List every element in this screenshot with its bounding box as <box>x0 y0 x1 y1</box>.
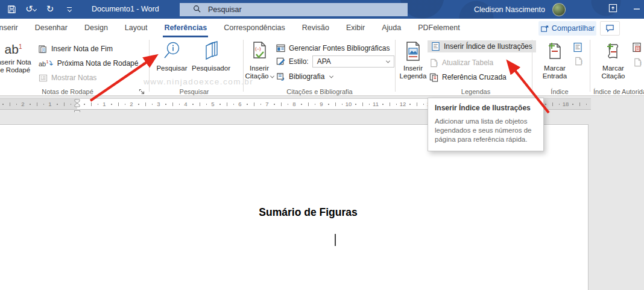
ruler-tick <box>247 104 248 105</box>
titlebar-search-box[interactable]: Pesquisar <box>180 3 408 16</box>
manage-sources-button[interactable]: Gerenciar Fontes Bibliográficas <box>276 42 390 54</box>
tab-inserir[interactable]: Inserir <box>0 19 27 37</box>
ruler-tick <box>254 102 254 106</box>
ruler-tick <box>172 102 173 106</box>
ruler-tick <box>30 104 31 105</box>
ruler-number: 10 <box>346 101 352 107</box>
search-placeholder: Pesquisar <box>208 5 242 14</box>
bibliography-icon <box>276 72 285 81</box>
user-avatar[interactable] <box>552 3 566 16</box>
insert-index-icon[interactable] <box>573 42 582 55</box>
ruler-tick <box>369 104 370 105</box>
insert-citation-button[interactable]: (–) Inserir Citação <box>244 41 275 80</box>
tab-design[interactable]: Design <box>76 19 116 37</box>
ruler-number: 12 <box>400 101 406 107</box>
ruler-tick <box>315 104 316 105</box>
redo-button[interactable]: ↻ <box>43 2 57 17</box>
tab-pdfelement[interactable]: PDFelement <box>409 19 468 37</box>
ruler-tick <box>572 104 573 105</box>
ruler-tick <box>545 104 546 105</box>
insert-table-of-authorities-icon[interactable] <box>632 42 642 55</box>
tab-revisao[interactable]: Revisão <box>294 19 338 37</box>
researcher-button[interactable]: Pesquisador <box>188 41 234 72</box>
ruler-tick <box>390 102 390 106</box>
tab-desenhar[interactable]: Desenhar <box>27 19 76 37</box>
share-icon <box>540 24 549 33</box>
ruler-tick <box>274 104 275 105</box>
group-label-indice-autoridades: Índice de Autoridades <box>593 88 644 95</box>
minimize-icon[interactable] <box>633 4 640 15</box>
ruler-tick <box>328 104 329 105</box>
chevron-down-icon <box>270 74 274 78</box>
ruler-tick <box>227 102 227 106</box>
next-footnote-button[interactable]: ab1 Próxima Nota de Rodapé <box>39 57 147 69</box>
ruler-number: 18 <box>563 101 569 107</box>
mark-citation-button[interactable]: Marcar Citação <box>597 41 630 80</box>
ruler-tick <box>423 104 425 105</box>
ruler-tick <box>260 104 262 105</box>
account-area[interactable]: Cledison Nascimento <box>474 0 566 19</box>
tab-exibir[interactable]: Exibir <box>338 19 373 37</box>
ruler-number: 7 <box>265 101 268 107</box>
share-button[interactable]: Compartilhar <box>538 21 596 36</box>
update-authorities-icon[interactable]: ! <box>633 58 642 69</box>
chevron-down-icon <box>329 74 333 78</box>
table-of-figures-icon <box>431 42 440 51</box>
insert-table-of-figures-button[interactable]: Inserir Índice de Ilustrações <box>428 40 536 52</box>
style-dropdown[interactable]: APA <box>312 55 394 68</box>
tab-correspondencias[interactable]: Correspondências <box>215 19 293 37</box>
ruler-tick <box>579 102 580 106</box>
ruler-strip: 21123456789101112131415161718 <box>0 96 644 112</box>
cross-reference-button[interactable]: Referência Cruzada <box>429 71 507 83</box>
undo-dropdown-icon[interactable] <box>33 7 37 11</box>
bibliography-button[interactable]: Bibliografia <box>276 71 333 83</box>
ribbon-tab-row: Inserir Desenhar Design Layout Referênci… <box>0 19 644 37</box>
ruler-tick <box>206 104 207 105</box>
mark-entry-button[interactable]: Marcar Entrada <box>538 41 571 80</box>
document-heading: Sumário de Figuras <box>259 206 357 219</box>
svg-text:!: ! <box>581 59 582 65</box>
indent-marker-icon[interactable] <box>74 99 81 110</box>
customize-qat-button[interactable] <box>63 2 76 17</box>
show-notes-icon <box>39 74 48 83</box>
mark-citation-icon <box>604 41 622 61</box>
ruler-number: 1 <box>103 101 106 107</box>
show-notes-button[interactable]: Mostrar Notas <box>39 72 96 84</box>
update-index-icon[interactable]: ! <box>574 57 583 68</box>
comments-button[interactable] <box>600 21 620 36</box>
document-area[interactable]: Sumário de Figuras <box>0 112 644 290</box>
next-footnote-icon: ab1 <box>39 59 54 68</box>
ruler-tick <box>335 102 336 106</box>
insert-endnote-button[interactable]: [i] Inserir Nota de Fim <box>39 43 113 55</box>
ruler-tick <box>165 104 166 105</box>
tab-layout[interactable]: Layout <box>116 19 156 37</box>
insert-footnote-button[interactable]: ab1 Inserir Nota de Rodapé <box>0 41 35 74</box>
ribbon-tabs: Inserir Desenhar Design Layout Referênci… <box>0 19 469 37</box>
insert-caption-button[interactable]: Inserir Legenda <box>398 41 428 80</box>
word-window: ↺ ↻ Documento1 - Word Pesquisar Cledison… <box>0 0 644 290</box>
update-table-button[interactable]: ! Atualizar Tabela <box>429 57 493 69</box>
group-divider <box>590 40 590 92</box>
ruler-tick <box>179 104 180 105</box>
ruler-tick <box>37 102 37 106</box>
ruler-tick <box>200 102 200 106</box>
ribbon-display-options-icon[interactable] <box>608 4 617 15</box>
search-icon <box>193 4 201 15</box>
ruler-number: 9 <box>320 101 323 107</box>
mark-entry-icon <box>546 41 564 61</box>
ruler-number: 5 <box>211 101 214 107</box>
chevron-down-icon <box>143 60 147 65</box>
smart-lookup-button[interactable]: Pesquisar <box>153 41 191 72</box>
smart-lookup-icon <box>163 41 181 61</box>
ruler-tick <box>409 104 411 105</box>
ruler-tick <box>64 102 65 106</box>
ruler-tick <box>396 104 397 105</box>
tab-referencias[interactable]: Referências <box>156 19 215 37</box>
style-icon <box>276 57 285 66</box>
save-icon[interactable] <box>5 2 18 17</box>
ruler-tick <box>355 104 356 105</box>
undo-button[interactable]: ↺ <box>24 2 37 17</box>
ruler-tick <box>125 104 126 105</box>
ruler-tick <box>559 104 560 105</box>
tab-ajuda[interactable]: Ajuda <box>373 19 409 37</box>
